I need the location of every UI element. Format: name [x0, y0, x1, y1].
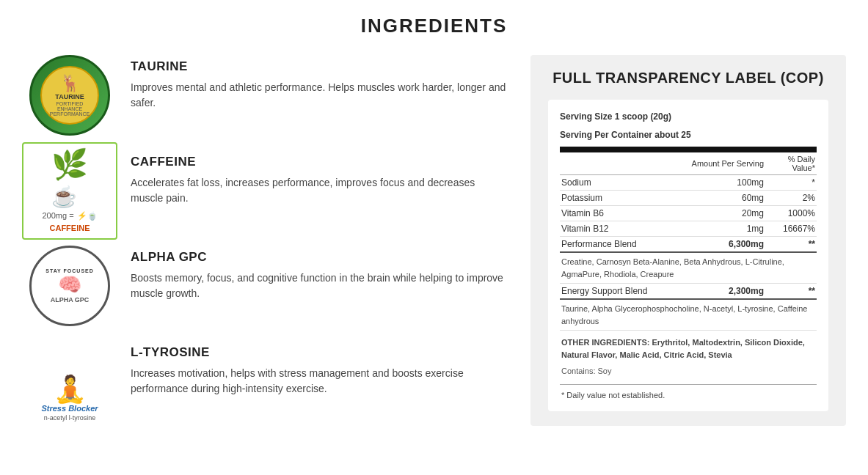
row-daily-vitb12: 16667%	[765, 221, 817, 237]
row-name-energy-blend: Energy Support Blend	[560, 284, 704, 299]
other-ingredients-label: OTHER INGREDIENTS:	[561, 338, 649, 347]
header-daily: % Daily Value*	[765, 152, 817, 175]
transparency-panel: FULL TRANSPARENCY LABEL (COP) Serving Si…	[530, 55, 846, 426]
caffeine-label-text: CAFFEINE	[50, 224, 90, 232]
taurine-text: TAURINE Improves mental and athletic per…	[131, 55, 508, 111]
divider-line	[560, 384, 817, 385]
row-name-vitb12: Vitamin B12	[560, 221, 665, 237]
nutrition-table: Amount Per Serving % Daily Value* Sodium…	[560, 152, 817, 253]
alphagpc-image: STAY FOCUSED 🧠 ALPHA GPC	[22, 246, 117, 326]
alphagpc-bottom-text: ALPHA GPC	[51, 296, 90, 303]
table-row-performance-blend: Performance Blend 6,300mg **	[560, 237, 817, 253]
transparency-title: FULL TRANSPARENCY LABEL (COP)	[548, 70, 828, 86]
stress-subtitle: n-acetyl l-tyrosine	[44, 414, 96, 421]
alphagpc-text: ALPHA GPC Boosts memory, focus, and cogn…	[131, 246, 508, 301]
ingredient-item-l-tyrosine: 🧘 Stress Blocker n-acetyl l-tyrosine L-T…	[22, 341, 508, 421]
table-row-vitb12: Vitamin B12 1mg 16667%	[560, 221, 817, 237]
row-amount-perf-blend: 6,300mg	[665, 237, 765, 253]
energy-ingredients: Taurine, Alpha Glycerophosphocholine, N-…	[560, 300, 817, 331]
contains-info: Contains: Soy	[560, 364, 817, 381]
other-ingredients: OTHER INGREDIENTS: Erythritol, Maltodext…	[560, 331, 817, 364]
ltyrosine-desc: Increases motivation, helps with stress …	[131, 366, 508, 397]
brain-icon: 🧠	[58, 273, 81, 296]
stress-image: 🧘 Stress Blocker n-acetyl l-tyrosine	[22, 341, 117, 421]
row-name-vitb6: Vitamin B6	[560, 206, 665, 221]
alphagpc-badge: STAY FOCUSED 🧠 ALPHA GPC	[29, 246, 110, 326]
row-amount-energy-blend: 2,300mg	[704, 284, 765, 299]
row-name-perf-blend: Performance Blend	[560, 237, 665, 253]
taurine-name: TAURINE	[131, 59, 508, 74]
taurine-sub2: ENHANCE PERFORMANCE	[42, 106, 98, 117]
caffeine-amount-row: 200mg = ⚡🍵	[42, 211, 97, 221]
taurine-label: TAURINE	[55, 93, 84, 101]
serving-per-container: Serving Per Container about 25	[560, 128, 817, 142]
ingredient-item-alpha-gpc: STAY FOCUSED 🧠 ALPHA GPC ALPHA GPC Boost…	[22, 246, 508, 326]
daily-value-note: * Daily value not established.	[560, 389, 817, 401]
alphagpc-top-text: STAY FOCUSED	[45, 268, 94, 273]
ingredient-item-taurine: 🦌 TAURINE FORTIFIED ENHANCE PERFORMANCE …	[22, 55, 508, 136]
caffeine-name: CAFFEINE	[131, 155, 508, 169]
row-daily-vitb6: 1000%	[765, 206, 817, 221]
header-amount: Amount Per Serving	[665, 152, 765, 175]
alphagpc-desc: Boosts memory, focus, and cognitive func…	[131, 270, 508, 301]
page-title: INGREDIENTS	[22, 15, 846, 37]
row-name-potassium: Potassium	[560, 191, 665, 206]
row-daily-sodium: *	[765, 175, 817, 191]
caffeine-desc: Accelerates fat loss, increases performa…	[131, 175, 508, 206]
serving-size: Serving Size 1 scoop (20g)	[560, 110, 817, 124]
row-amount-vitb12: 1mg	[665, 221, 765, 237]
table-row-potassium: Potassium 60mg 2%	[560, 191, 817, 206]
ltyrosine-name: L-TYROSINE	[131, 345, 508, 360]
caffeine-image: 🌿☕ 200mg = ⚡🍵 CAFFEINE	[22, 150, 117, 231]
row-daily-perf-blend: **	[765, 237, 817, 253]
row-daily-potassium: 2%	[765, 191, 817, 206]
page-wrapper: INGREDIENTS 🦌 TAURINE FORTIFIED ENHANCE …	[0, 0, 868, 475]
table-row-sodium: Sodium 100mg *	[560, 175, 817, 191]
ingredient-item-caffeine: 🌿☕ 200mg = ⚡🍵 CAFFEINE CAFFEINE Accelera…	[22, 150, 508, 231]
caffeine-icons: ⚡🍵	[77, 211, 98, 221]
table-row-vitb6: Vitamin B6 20mg 1000%	[560, 206, 817, 221]
performance-ingredients: Creatine, Carnosyn Beta-Alanine, Beta An…	[560, 253, 817, 284]
taurine-image: 🦌 TAURINE FORTIFIED ENHANCE PERFORMANCE	[22, 55, 117, 136]
row-amount-potassium: 60mg	[665, 191, 765, 206]
energy-blend-table: Energy Support Blend 2,300mg **	[560, 284, 817, 300]
taurine-inner-badge: 🦌 TAURINE FORTIFIED ENHANCE PERFORMANCE	[40, 66, 99, 125]
taurine-badge: 🦌 TAURINE FORTIFIED ENHANCE PERFORMANCE	[29, 55, 110, 136]
taurine-sublabel: FORTIFIED	[56, 101, 84, 106]
header-empty	[560, 152, 665, 175]
ltyrosine-text: L-TYROSINE Increases motivation, helps w…	[131, 341, 508, 397]
ingredients-list: 🦌 TAURINE FORTIFIED ENHANCE PERFORMANCE …	[22, 55, 508, 426]
row-name-sodium: Sodium	[560, 175, 665, 191]
table-row-energy-blend: Energy Support Blend 2,300mg **	[560, 284, 817, 299]
main-layout: 🦌 TAURINE FORTIFIED ENHANCE PERFORMANCE …	[22, 55, 846, 426]
alphagpc-name: ALPHA GPC	[131, 250, 508, 265]
nutrition-header-row: Amount Per Serving % Daily Value*	[560, 152, 817, 175]
yoga-figure-icon: 🧘	[54, 376, 87, 402]
taurine-desc: Improves mental and athletic performance…	[131, 80, 508, 111]
thick-divider-bar	[560, 147, 817, 152]
taurine-moose-icon: 🦌	[60, 74, 80, 93]
stress-title: Stress Blocker	[41, 404, 98, 413]
caffeine-text: CAFFEINE Accelerates fat loss, increases…	[131, 150, 508, 206]
row-daily-energy-blend: **	[765, 284, 817, 299]
caffeine-badge: 🌿☕ 200mg = ⚡🍵 CAFFEINE	[22, 142, 117, 240]
row-amount-sodium: 100mg	[665, 175, 765, 191]
row-amount-vitb6: 20mg	[665, 206, 765, 221]
stress-badge: 🧘 Stress Blocker n-acetyl l-tyrosine	[22, 341, 117, 421]
caffeine-leaves-icon: 🌿☕	[51, 150, 88, 208]
nutrition-box: Serving Size 1 scoop (20g) Serving Per C…	[548, 100, 828, 411]
caffeine-amount-text: 200mg =	[42, 211, 73, 220]
